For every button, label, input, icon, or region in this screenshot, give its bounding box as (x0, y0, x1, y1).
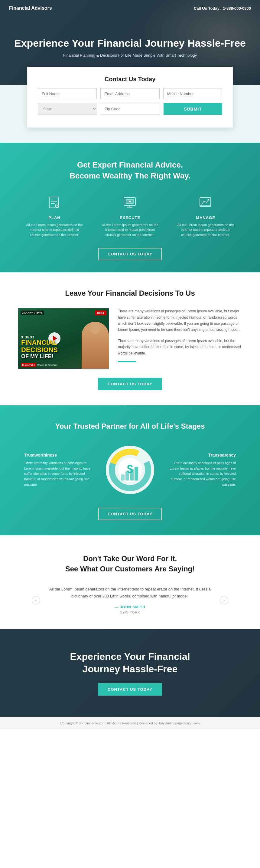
hero-title: Experience Your Financial Journey Hassle… (14, 36, 246, 50)
testimonial-section: Don't Take Our Word For It. See What Our… (0, 535, 260, 629)
plan-svg (47, 195, 62, 210)
site-logo: Financial Advisors (9, 5, 52, 11)
contact-form-box: Contact Us Today State AlabamaAlaskaAriz… (27, 67, 233, 128)
features-row: PLAN All the Lorem Ipsum generators on t… (18, 194, 242, 238)
full-name-input[interactable] (38, 88, 97, 99)
transparency-text: There are many variations of pass ages o… (169, 461, 236, 487)
feature-plan: PLAN All the Lorem Ipsum generators on t… (24, 194, 85, 238)
form-row-2: State AlabamaAlaskaArizona CaliforniaFlo… (38, 103, 222, 115)
video-line4: OF MY LIFE! (21, 353, 58, 360)
execute-desc: All the Lorem Ipsum generators on the In… (100, 222, 160, 238)
execute-icon (121, 194, 139, 212)
decisions-section: Leave Your Financial Decisions To Us BES… (0, 272, 260, 405)
phone-display: Call Us Today: 1-888-000-0800 (194, 6, 251, 10)
hero-subtitle: Financial Planning & Decisions For Life … (14, 53, 246, 58)
decisions-cta: CONTACT US TODAY (18, 378, 242, 390)
trusted-cta-button[interactable]: CONTACT US TODAY (98, 508, 162, 520)
video-line2: FINANCIAL (21, 339, 58, 346)
manage-label: MANAGE (175, 215, 236, 220)
mobile-input[interactable] (163, 88, 222, 99)
trusted-title: Your Trusted Partner for All of Life's S… (18, 422, 242, 431)
transparency-heading: Transparency (169, 453, 236, 458)
bottom-hero-cta-button[interactable]: CONTACT US TODAY (98, 683, 162, 695)
execute-svg (122, 195, 138, 210)
yt-logo: ▶ YouTube (21, 363, 36, 367)
contact-form-heading: Contact Us Today (38, 76, 222, 83)
decisions-content: BEST 2 LAKH+ VIEWS 3 BEST FINANCIAL DECI… (18, 308, 242, 369)
call-label: Call Us Today: (194, 6, 221, 10)
decisions-text-2: There are many variations of passages of… (118, 338, 242, 356)
trustworthiness-heading: Trustworthiness (24, 453, 91, 458)
testimonial-wrapper: ‹ All the Lorem Ipsum generators on the … (45, 586, 215, 614)
phone-number[interactable]: 1-888-000-0800 (223, 6, 251, 10)
watch-label: Watch on YouTube (37, 364, 58, 366)
circle-chart: $ (103, 443, 157, 497)
testimonial-location: NEW YORK (45, 611, 215, 614)
footer: Copyright © domainname.com. All Rights R… (0, 717, 260, 729)
expert-title: Get Expert Financial Advice. Become Weal… (18, 159, 242, 182)
expert-section: Get Expert Financial Advice. Become Weal… (0, 143, 260, 272)
svg-line-7 (129, 206, 130, 207)
plan-label: PLAN (24, 215, 85, 220)
feature-manage: MANAGE All the Lorem Ipsum generators on… (175, 194, 236, 238)
testimonial-title: Don't Take Our Word For It. See What Our… (24, 554, 236, 574)
trusted-trustworthiness: Trustworthiness There are many variation… (24, 453, 91, 487)
decisions-cta-button[interactable]: CONTACT US TODAY (98, 378, 162, 390)
bottom-hero-section: Experience Your Financial Journey Hassle… (0, 629, 260, 717)
decisions-text-area: There are many variations of passages of… (118, 308, 242, 362)
yt-footer: ▶ YouTube Watch on YouTube (21, 363, 58, 367)
execute-label: EXECUTE (100, 215, 160, 220)
testimonial-author: JOHN SMITH (45, 605, 215, 609)
video-badge: BEST (95, 311, 106, 315)
state-select[interactable]: State AlabamaAlaskaArizona CaliforniaFlo… (38, 103, 97, 115)
prev-testimonial-button[interactable]: ‹ (32, 596, 40, 604)
video-views: 2 LAKH+ VIEWS (21, 311, 44, 315)
email-input[interactable] (100, 88, 159, 99)
footer-text: Copyright © domainname.com. All Rights R… (61, 721, 200, 725)
manage-svg (198, 195, 213, 210)
form-row-1 (38, 88, 222, 99)
feature-execute: EXECUTE All the Lorem Ipsum generators o… (100, 194, 160, 238)
manage-icon (196, 194, 215, 212)
submit-button[interactable]: SUBMIT (163, 103, 222, 115)
decisions-text-1: There are many variations of passages of… (118, 308, 242, 333)
plan-icon (45, 194, 64, 212)
main-nav: Financial Advisors Call Us Today: 1-888-… (0, 0, 260, 17)
testimonial-text: All the Lorem Ipsum generators on the In… (45, 586, 215, 599)
teal-divider (118, 361, 136, 362)
svg-rect-19 (135, 467, 138, 480)
svg-rect-17 (125, 471, 129, 480)
hero-content: Experience Your Financial Journey Hassle… (14, 15, 246, 57)
svg-rect-18 (130, 469, 134, 480)
expert-cta-button[interactable]: CONTACT US TODAY (98, 248, 162, 260)
zip-input[interactable] (101, 103, 160, 115)
next-testimonial-button[interactable]: › (220, 596, 228, 604)
trusted-content: Trustworthiness There are many variation… (18, 443, 242, 497)
plan-desc: All the Lorem Ipsum generators on the In… (24, 222, 85, 238)
svg-rect-16 (121, 474, 124, 480)
bottom-hero-title: Experience Your Financial Journey Hassle… (70, 650, 190, 676)
video-line3: DECISIONS (21, 346, 58, 353)
trusted-section: Your Trusted Partner for All of Life's S… (0, 405, 260, 535)
trustworthiness-text: There are many variations of pass ages o… (24, 461, 91, 487)
manage-desc: All the Lorem Ipsum generators on the In… (175, 222, 236, 238)
trusted-transparency: Transparency There are many variations o… (169, 453, 236, 487)
decisions-title: Leave Your Financial Decisions To Us (18, 289, 242, 298)
video-thumbnail[interactable]: BEST 2 LAKH+ VIEWS 3 BEST FINANCIAL DECI… (18, 308, 109, 369)
